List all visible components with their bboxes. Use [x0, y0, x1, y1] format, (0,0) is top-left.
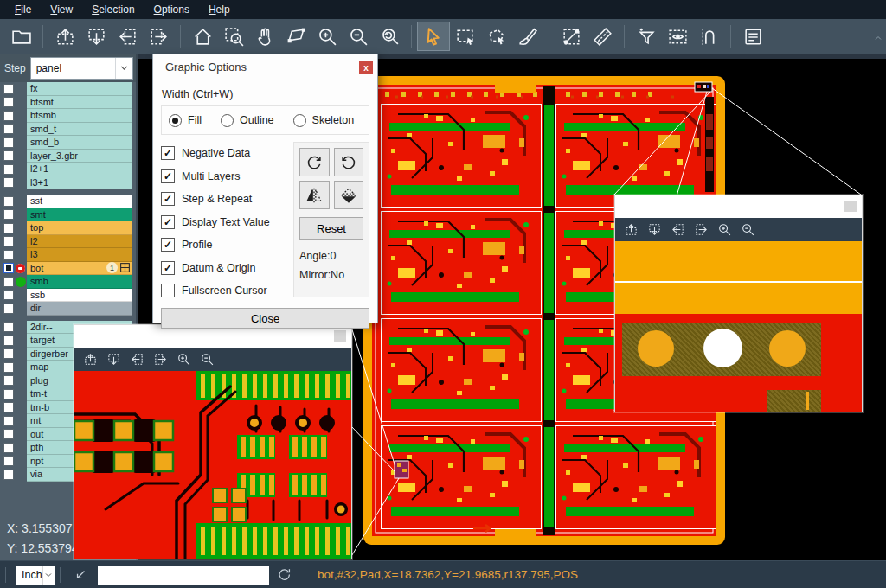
zoom-window-button[interactable] — [218, 22, 249, 50]
checkbox-box[interactable] — [161, 284, 175, 297]
chevron-down-icon[interactable] — [42, 566, 55, 585]
radio-dot[interactable] — [293, 114, 306, 127]
checkbox-profile[interactable]: Profile — [161, 238, 293, 252]
layer-name[interactable]: l2+1 — [27, 163, 132, 176]
box-arrow-up-icon[interactable] — [83, 352, 98, 367]
layer-visibility-checkbox[interactable] — [3, 124, 14, 134]
magnifier-source-top-right[interactable] — [695, 82, 712, 92]
layer-name[interactable]: bfsmt — [27, 96, 132, 110]
box-arrow-right-icon[interactable] — [153, 352, 168, 367]
layer-visibility-checkbox[interactable] — [3, 111, 14, 121]
magnifier-view-detail[interactable] — [74, 371, 351, 559]
magnifier-view-corner[interactable] — [615, 241, 862, 412]
layer-visibility-checkbox[interactable] — [3, 362, 14, 373]
unit-combobox[interactable]: Inch — [16, 566, 55, 585]
layer-row[interactable]: smd_b — [0, 136, 136, 150]
menu-selection[interactable]: Selection — [82, 1, 144, 18]
magnifier-source-bottom[interactable] — [395, 461, 408, 478]
layer-visibility-checkbox[interactable] — [3, 416, 14, 426]
layer-visibility-checkbox[interactable] — [3, 263, 14, 273]
layer-row-active[interactable]: bot1 — [0, 262, 136, 276]
box-arrow-left-icon[interactable] — [671, 222, 685, 237]
select-cursor-button[interactable] — [418, 22, 449, 50]
zoom-out-icon[interactable] — [741, 222, 755, 237]
rotate-cw-button[interactable] — [299, 148, 330, 176]
layer-row[interactable]: l2+1 — [0, 163, 136, 176]
home-view-button[interactable] — [187, 22, 218, 50]
vertex-edit-button[interactable] — [280, 22, 311, 50]
magnifier-title-bar[interactable] — [74, 325, 351, 348]
dialog-close-icon[interactable]: x — [359, 61, 373, 74]
checkbox-datum-origin[interactable]: Datum & Origin — [161, 261, 293, 275]
layer-row[interactable]: layer_3.gbr — [0, 150, 136, 163]
close-button[interactable]: Close — [161, 308, 369, 329]
layer-name[interactable]: sst — [27, 195, 132, 208]
layer-name[interactable]: bfsmb — [27, 109, 132, 123]
corner-arrow-icon[interactable] — [73, 566, 89, 583]
layer-visibility-checkbox[interactable] — [3, 177, 14, 188]
view-object-button[interactable] — [662, 22, 693, 50]
layer-row[interactable]: smt — [0, 208, 136, 222]
checkbox-negative-data[interactable]: Negative Data — [161, 146, 293, 160]
toolbar-overflow-button[interactable] — [873, 31, 883, 47]
layer-visibility-checkbox[interactable] — [3, 196, 14, 207]
layer-visibility-checkbox[interactable] — [3, 164, 14, 175]
layer-row[interactable]: l3 — [0, 248, 136, 262]
layer-name[interactable]: l3 — [27, 248, 132, 262]
pan-button[interactable] — [249, 22, 280, 50]
checkbox-multi-layers[interactable]: Multi Layers — [161, 169, 293, 183]
layer-visibility-checkbox[interactable] — [3, 304, 14, 314]
layer-visibility-checkbox[interactable] — [3, 84, 14, 94]
rotate-ccw-button[interactable] — [334, 148, 364, 176]
checkbox-display-text-value[interactable]: Display Text Value — [161, 215, 293, 229]
layer-visibility-checkbox[interactable] — [3, 336, 14, 346]
layer-name[interactable]: l2 — [27, 235, 132, 249]
checkbox-step-repeat[interactable]: Step & Repeat — [161, 192, 293, 206]
layer-visibility-checkbox[interactable] — [3, 277, 14, 287]
page-left-button[interactable] — [112, 22, 143, 50]
zoom-in-icon[interactable] — [177, 352, 191, 367]
reset-button[interactable]: Reset — [299, 217, 363, 240]
layer-row[interactable]: l3+1 — [0, 176, 136, 190]
zoom-in-icon[interactable] — [717, 222, 732, 237]
layer-name[interactable]: ssb — [27, 289, 132, 303]
radio-dot[interactable] — [221, 114, 234, 127]
layer-name[interactable]: top — [27, 221, 132, 235]
clean-brush-button[interactable] — [511, 22, 543, 50]
step-combobox[interactable]: panel — [30, 57, 133, 80]
layer-visibility-checkbox[interactable] — [3, 470, 14, 480]
layer-name[interactable]: bot1 — [27, 262, 132, 276]
layer-row[interactable]: smd_t — [0, 123, 136, 137]
layer-row[interactable]: top — [0, 221, 136, 235]
box-arrow-down-icon[interactable] — [106, 352, 121, 367]
mirror-vertical-button[interactable] — [334, 181, 364, 209]
layer-visibility-checkbox[interactable] — [3, 236, 14, 246]
layer-visibility-checkbox[interactable] — [3, 150, 14, 161]
zoom-out-icon[interactable] — [200, 352, 215, 367]
radio-skeleton[interactable]: Skeleton — [293, 114, 355, 127]
checkbox-box[interactable] — [161, 238, 175, 252]
layer-row[interactable]: dir — [0, 302, 136, 316]
checkbox-box[interactable] — [161, 146, 175, 160]
refresh-icon[interactable] — [276, 566, 292, 583]
layer-visibility-checkbox[interactable] — [3, 402, 14, 412]
open-file-button[interactable] — [5, 22, 36, 50]
grid-icon[interactable] — [119, 262, 131, 273]
layer-row[interactable]: smb — [0, 275, 136, 289]
mirror-horizontal-button[interactable] — [299, 181, 330, 209]
layer-name[interactable]: layer_3.gbr — [27, 150, 132, 163]
menu-help[interactable]: Help — [199, 1, 240, 18]
rect-select-button[interactable] — [449, 22, 480, 50]
page-down-button[interactable] — [80, 22, 112, 50]
menu-view[interactable]: View — [41, 1, 82, 18]
layer-row[interactable]: sst — [0, 195, 136, 208]
radio-fill[interactable]: Fill — [169, 114, 202, 127]
box-arrow-right-icon[interactable] — [694, 222, 709, 237]
layer-visibility-checkbox[interactable] — [3, 375, 14, 386]
radio-outline[interactable]: Outline — [221, 114, 274, 127]
layer-visibility-checkbox[interactable] — [3, 250, 14, 260]
layer-name[interactable]: fx — [27, 82, 132, 96]
layer-row[interactable]: fx — [0, 82, 136, 96]
layer-visibility-checkbox[interactable] — [3, 348, 14, 359]
layer-row[interactable]: l2 — [0, 235, 136, 249]
